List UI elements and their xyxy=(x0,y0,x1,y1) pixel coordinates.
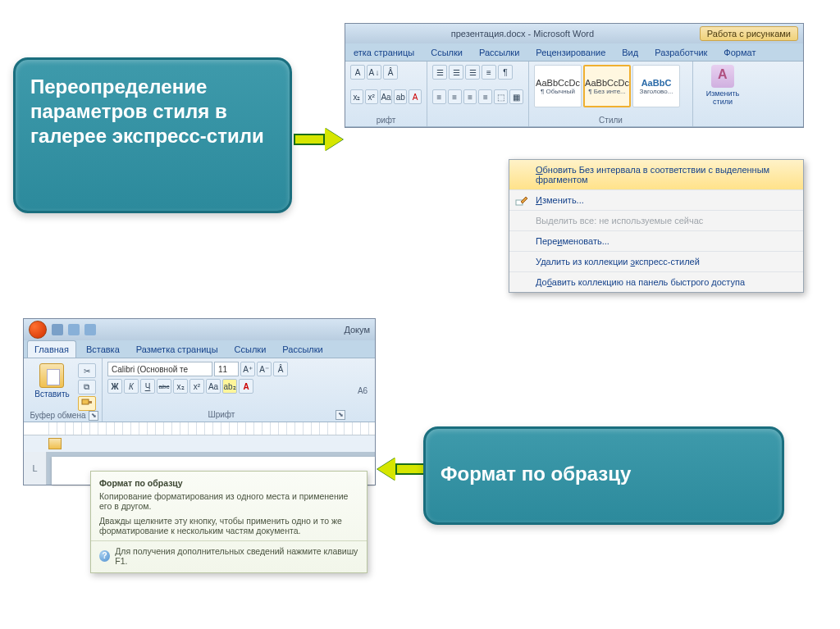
menu-remove-from-gallery[interactable]: Удалить из коллекции экспресс-стилей xyxy=(509,252,803,272)
callout-redefine-style: Переопределение параметров стиля в галер… xyxy=(13,57,292,213)
titlebar: Докум xyxy=(24,319,375,340)
menu-select-all: Выделить все: не используемые сейчас xyxy=(509,211,803,231)
superscript-button[interactable]: x² xyxy=(189,379,204,394)
style-no-spacing[interactable]: AaBbCcDc ¶ Без инте... xyxy=(583,65,631,107)
clear-format-icon[interactable]: Â xyxy=(383,65,398,80)
align-center-icon[interactable]: ≡ xyxy=(448,89,462,104)
group-paragraph: ☰ ☰ ☰ ≡ ¶ ≡ ≡ ≡ ≡ ⬚ ▦ xyxy=(427,62,529,126)
align-right-icon[interactable]: ≡ xyxy=(463,89,477,104)
office-button-icon[interactable] xyxy=(29,321,47,339)
group-label-clipboard: Буфер обмена xyxy=(27,411,89,421)
size-combo[interactable]: 11 xyxy=(214,362,239,376)
change-case-icon[interactable]: Aa xyxy=(380,89,393,104)
style-preview: AaBbCcDc xyxy=(536,78,580,88)
callout-format-painter: Формат по образцу xyxy=(423,426,784,525)
change-case-button[interactable]: Aa xyxy=(206,379,221,394)
menu-rename[interactable]: Переименовать... xyxy=(509,231,803,252)
group-clipboard: Вставить ✂ ⧉ Буфер обмена ⬊ xyxy=(24,358,103,422)
bullets-icon[interactable]: ☰ xyxy=(432,65,447,80)
numbering-icon[interactable]: ☰ xyxy=(449,65,463,80)
menu-add-to-qat[interactable]: Добавить коллекцию на панель быстрого до… xyxy=(509,272,803,292)
font-grow-icon[interactable]: A xyxy=(350,65,365,80)
paste-button[interactable]: Вставить xyxy=(30,362,74,411)
window-title-partial: Докум xyxy=(344,325,370,335)
borders-icon[interactable]: ▦ xyxy=(509,89,523,104)
qat-undo-icon[interactable] xyxy=(68,324,80,335)
shrink-font-icon[interactable]: A⁻ xyxy=(257,362,272,376)
menu-item-label: Переименовать... xyxy=(536,236,609,246)
dialog-launcher-icon[interactable]: ⬊ xyxy=(336,410,345,420)
subscript-button[interactable]: x₂ xyxy=(173,379,188,394)
tab-mailings[interactable]: Рассылки xyxy=(474,45,524,60)
paste-icon xyxy=(39,363,64,388)
style-preview: AaBbC xyxy=(641,78,672,88)
font-color-icon[interactable]: A xyxy=(409,89,422,104)
tab-review[interactable]: Рецензирование xyxy=(531,45,610,60)
ribbon: A A ↓ Â x₂ x² Aa ab A рифт ☰ ☰ ☰ ≡ ¶ xyxy=(345,62,803,127)
paste-label: Вставить xyxy=(34,390,69,399)
group-label-font: Шрифт xyxy=(107,410,336,420)
change-styles-icon xyxy=(711,65,734,88)
font-color-button[interactable]: A xyxy=(239,379,253,394)
strike-button[interactable]: abc xyxy=(157,379,171,394)
decrease-indent-icon[interactable]: ≡ xyxy=(482,65,496,80)
tab-home[interactable]: Главная xyxy=(27,340,76,358)
tab-format[interactable]: Формат xyxy=(719,45,760,60)
group-change-styles: Изменить стили xyxy=(693,62,747,126)
cut-icon[interactable]: ✂ xyxy=(78,363,96,378)
tab-references[interactable]: Ссылки xyxy=(426,45,468,60)
group-label-font: рифт xyxy=(350,114,422,125)
vertical-ruler[interactable]: L xyxy=(24,452,47,485)
align-left-icon[interactable]: ≡ xyxy=(432,89,446,104)
horizontal-ruler[interactable] xyxy=(24,422,375,435)
tab-mailings[interactable]: Рассылки xyxy=(276,341,329,358)
change-styles-button[interactable]: Изменить стили xyxy=(698,65,747,106)
copy-icon[interactable]: ⧉ xyxy=(78,380,96,394)
group-font: A A ↓ Â x₂ x² Aa ab A рифт xyxy=(345,62,427,126)
menu-item-label: Добавить коллекцию на панель быстрого до… xyxy=(536,277,745,287)
dialog-launcher-icon[interactable]: ⬊ xyxy=(89,411,98,421)
style-name: Заголово... xyxy=(640,88,673,95)
superscript-icon[interactable]: x² xyxy=(365,89,378,104)
svg-rect-2 xyxy=(89,401,92,403)
ribbon: Вставить ✂ ⧉ Буфер обмена ⬊ Calibri (Осн… xyxy=(24,358,375,422)
subscript-icon[interactable]: x₂ xyxy=(350,89,363,104)
shading-icon[interactable]: ⬚ xyxy=(494,89,508,104)
justify-icon[interactable]: ≡ xyxy=(478,89,492,104)
grow-font-icon[interactable]: A⁺ xyxy=(240,362,255,376)
tab-view[interactable]: Вид xyxy=(617,45,643,60)
menu-item-label: Обновить Без интервала в соответствии с … xyxy=(536,165,769,185)
highlight-icon[interactable]: ab xyxy=(394,89,407,104)
style-normal[interactable]: AaBbCcDc ¶ Обычный xyxy=(534,65,582,107)
underline-button[interactable]: Ч xyxy=(140,379,155,394)
clear-format-icon[interactable]: Â xyxy=(273,362,288,376)
format-painter-button[interactable] xyxy=(78,396,96,411)
qat-save-icon[interactable] xyxy=(52,324,63,335)
tab-references[interactable]: Ссылки xyxy=(228,341,273,358)
tab-developer[interactable]: Разработчик xyxy=(650,45,712,60)
multilevel-icon[interactable]: ☰ xyxy=(465,65,480,80)
tab-page-layout[interactable]: етка страницы xyxy=(349,45,419,60)
svg-rect-1 xyxy=(82,399,89,404)
brush-icon xyxy=(81,399,93,408)
font-shrink-icon[interactable]: A ↓ xyxy=(367,65,381,80)
help-icon: ? xyxy=(99,550,110,562)
tooltip-line2: Дважды щелкните эту кнопку, чтобы примен… xyxy=(99,516,358,536)
arrow-head-icon xyxy=(325,128,343,151)
italic-button[interactable]: К xyxy=(124,379,139,394)
menu-update-to-match[interactable]: Обновить Без интервала в соответствии с … xyxy=(509,160,803,190)
font-combo[interactable]: Calibri (Основной те xyxy=(107,362,212,376)
qat-redo-icon[interactable] xyxy=(84,324,96,335)
show-marks-icon[interactable]: ¶ xyxy=(498,65,513,80)
style-heading[interactable]: AaBbC Заголово... xyxy=(632,65,680,107)
bold-button[interactable]: Ж xyxy=(107,379,122,394)
menu-modify[interactable]: Изменить... xyxy=(509,190,803,211)
highlight-button[interactable]: ab₂ xyxy=(222,379,237,394)
arrow-shaft xyxy=(395,463,427,475)
tooltip-separator xyxy=(91,540,367,541)
window-title: презентация.docx - Microsoft Word xyxy=(451,29,594,39)
titlebar: презентация.docx - Microsoft Word Работа… xyxy=(345,24,803,43)
tab-page-layout[interactable]: Разметка страницы xyxy=(130,341,225,358)
tab-insert[interactable]: Вставка xyxy=(80,341,126,358)
brush-icon[interactable] xyxy=(48,438,62,449)
